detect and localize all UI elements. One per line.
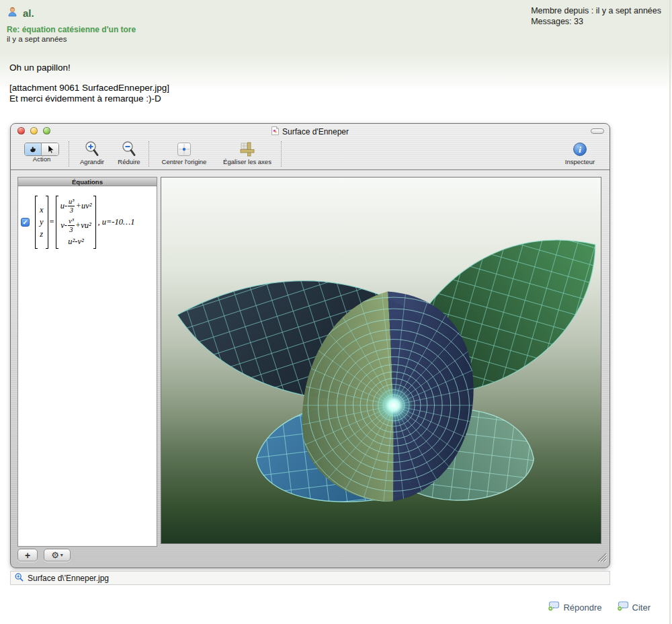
center-origin-icon — [177, 140, 192, 159]
member-since: Membre depuis : il y a sept années — [531, 5, 661, 16]
action-tool-group: Action — [17, 140, 66, 169]
hand-tool-icon[interactable] — [25, 143, 42, 155]
equations-panel: Équations ✓ x y z = — [17, 177, 157, 547]
chevron-down-icon: ▾ — [60, 552, 63, 558]
toolbar-pill-button[interactable] — [591, 128, 604, 134]
post-meta: Membre depuis : il y a sept années Messa… — [531, 5, 661, 27]
attachment-caption-text: Surface d\'Enneper.jpg — [28, 574, 109, 583]
post-body: Oh un papillon! [attachment 9061 Surface… — [9, 63, 169, 104]
window-title: Surface d'Enneper — [282, 127, 349, 136]
body-line-3: Et merci évidemment à remarque :)-D — [9, 93, 169, 104]
equation-list-actions: + ⚙ ▾ — [17, 549, 71, 561]
matrix-row-1: u-u³3+uv² — [60, 198, 92, 214]
vector-z: z — [40, 229, 44, 239]
window-content: Équations ✓ x y z = — [11, 170, 610, 568]
enneper-surface-plot — [161, 178, 601, 543]
zoom-out-button[interactable]: Réduire — [112, 140, 146, 169]
arrow-tool-icon[interactable] — [42, 143, 58, 155]
center-origin-button[interactable]: Centrer l'origine — [152, 140, 216, 169]
inspector-label: Inspecteur — [565, 158, 595, 165]
add-equation-button[interactable]: + — [17, 549, 38, 561]
window-resize-grip[interactable] — [594, 549, 607, 566]
plot-canvas[interactable] — [161, 177, 601, 544]
quote-button[interactable]: Citer — [617, 601, 650, 613]
center-glow — [374, 385, 414, 426]
forum-page: al. Re: équation catésienne d'un tore il… — [0, 0, 672, 624]
post-date: il y a sept années — [7, 35, 67, 43]
inspector-button[interactable]: i Inspecteur — [558, 140, 601, 169]
gear-menu-button[interactable]: ⚙ ▾ — [44, 549, 71, 561]
domain-text: , u=-10…1 — [97, 217, 134, 227]
reply-label: Répondre — [563, 602, 601, 613]
toolbar-separator — [149, 141, 149, 167]
window-titlebar[interactable]: Surface d'Enneper — [11, 124, 610, 139]
inspector-icon: i — [573, 140, 587, 159]
equalize-axes-label: Égaliser les axes — [223, 158, 271, 165]
equals-sign: = — [50, 217, 54, 227]
toolbar-separator — [69, 141, 69, 167]
quote-label: Citer — [632, 602, 650, 613]
reply-bubble-icon — [548, 601, 560, 613]
user-avatar-icon — [7, 6, 18, 20]
matrix-row-3: u²-v² — [68, 237, 83, 247]
equalize-axes-icon — [239, 140, 255, 159]
gear-icon: ⚙ — [51, 550, 59, 560]
center-origin-label: Centrer l'origine — [162, 158, 207, 165]
grapher-window: Surface d'Enneper — [10, 123, 610, 568]
matrix-row-2: v-v³3+vu² — [60, 217, 91, 233]
zoom-out-label: Réduire — [118, 158, 140, 165]
post-actions: Répondre Citer — [548, 601, 650, 613]
vector-x: x — [40, 205, 44, 215]
body-gap — [9, 73, 169, 83]
svg-text:i: i — [579, 145, 581, 155]
magnifier-icon — [15, 573, 24, 584]
post-title-link[interactable]: Re: équation catésienne d'un tore — [7, 25, 136, 34]
page-right-border — [669, 0, 671, 624]
equation-math: x y z = u-u³3+uv² v-v³3+vu² — [35, 196, 134, 249]
zoom-in-icon — [84, 140, 100, 159]
matrix-rows: u-u³3+uv² v-v³3+vu² u²-v² — [58, 196, 94, 249]
equations-panel-header: Équations — [18, 178, 157, 186]
toolbar: Action Agrandir — [11, 139, 610, 170]
action-segmented-control — [24, 143, 59, 156]
body-line-2: [attachment 9061 SurfacedEnneper.jpg] — [9, 83, 169, 93]
action-label: Action — [33, 155, 50, 163]
vector-xyz: x y z — [38, 204, 46, 241]
equation-row[interactable]: ✓ x y z = u-u³3+uv² — [18, 186, 157, 249]
toolbar-separator — [281, 141, 282, 167]
bracket-right — [93, 196, 96, 249]
zoom-out-icon — [121, 140, 137, 159]
attachment-caption-bar[interactable]: Surface d\'Enneper.jpg — [10, 571, 610, 585]
quote-bubble-icon — [617, 601, 629, 613]
bracket-right — [46, 196, 48, 249]
zoom-in-button[interactable]: Agrandir — [72, 140, 112, 169]
body-line-1: Oh un papillon! — [9, 63, 169, 73]
window-title-wrap: Surface d'Enneper — [11, 126, 610, 138]
reply-button[interactable]: Répondre — [548, 601, 601, 613]
message-count: Messages: 33 — [531, 16, 661, 27]
equation-checkbox[interactable]: ✓ — [21, 218, 30, 227]
zoom-in-label: Agrandir — [80, 158, 104, 165]
equalize-axes-button[interactable]: Égaliser les axes — [216, 140, 278, 169]
author-name[interactable]: al. — [23, 7, 34, 19]
document-icon — [271, 126, 279, 138]
vector-y: y — [40, 217, 44, 227]
author-row: al. — [7, 6, 34, 20]
